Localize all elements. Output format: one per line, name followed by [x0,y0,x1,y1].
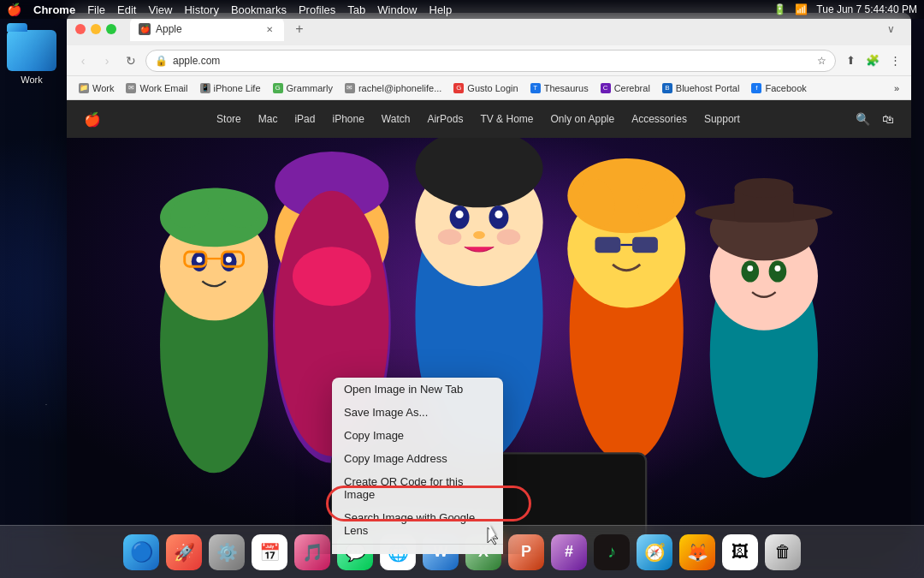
apple-nav-watch[interactable]: Watch [382,113,411,125]
apple-nav-mac[interactable]: Mac [258,113,278,125]
share-icon[interactable]: ⬆ [841,51,860,70]
more-icon[interactable]: ⋮ [886,51,904,70]
bookmark-label-iphone: iPhone Life [214,83,261,93]
bookmark-iphone-life[interactable]: 📱 iPhone Life [195,81,266,95]
spotify-icon: ♪ [594,534,630,570]
open-image-label: Open Image in New Tab [344,383,463,396]
svg-point-10 [226,257,232,263]
system-preferences-icon: ⚙️ [209,534,245,570]
bookmark-work-email[interactable]: ✉ Work Email [121,81,192,95]
menubar-history[interactable]: History [184,3,218,16]
launchpad-icon: 🚀 [166,534,202,570]
bookmark-facebook[interactable]: f Facebook [746,81,811,95]
menubar-file[interactable]: File [87,3,105,16]
maximize-button[interactable] [106,24,116,34]
context-menu-qr-code[interactable]: Create QR Code for this Image [332,470,503,506]
tab-close-button[interactable]: ✕ [264,23,275,35]
apple-logo: 🍎 [84,111,101,128]
menubar-tab[interactable]: Tab [347,3,365,16]
dock-slack[interactable]: # [549,533,589,572]
dock-music[interactable]: 🎵 [293,533,332,572]
dock-powerpoint[interactable]: P [506,533,546,572]
bookmark-label-bluehost: Bluehost Portal [676,83,740,93]
dock-calendar[interactable]: 📅 [250,533,289,572]
dock-photos[interactable]: 🖼 [720,533,760,572]
bookmark-bluehost[interactable]: B Bluehost Portal [657,81,745,95]
calendar-icon: 📅 [252,534,287,570]
bookmark-grammarly[interactable]: G Grammarly [268,81,338,95]
new-tab-button[interactable]: + [287,17,311,41]
menubar-left: 🍎 Chrome File Edit View History Bookmark… [7,3,452,16]
bookmark-favicon-rachel: ✉ [345,83,355,93]
bookmark-gusto[interactable]: G Gusto Login [448,81,523,95]
bookmark-cerebral[interactable]: C Cerebral [595,81,655,95]
dock-spotify[interactable]: ♪ [592,533,631,572]
apple-nav-support[interactable]: Support [704,113,740,125]
extensions-icon[interactable]: 🧩 [863,51,882,70]
menubar-view[interactable]: View [148,3,172,16]
context-menu-copy-address[interactable]: Copy Image Address [332,447,503,470]
bookmark-rachel[interactable]: ✉ rachel@iphonelife... [340,81,447,95]
refresh-button[interactable]: ↻ [121,51,140,70]
back-button[interactable]: ‹ [74,51,92,70]
firefox-icon: 🦊 [679,534,715,570]
context-menu-save-image[interactable]: Save Image As... [332,401,503,424]
forward-button[interactable]: › [98,51,116,70]
bookmark-favicon-bluehost: B [662,83,672,93]
close-button[interactable] [75,24,86,34]
svg-rect-38 [632,237,658,253]
bookmark-favicon-iphone: 📱 [200,83,210,93]
menubar-help[interactable]: Help [429,3,453,16]
minimize-button[interactable] [91,24,101,34]
url-bar[interactable]: 🔒 apple.com ☆ [145,50,836,72]
menubar-window[interactable]: Window [377,3,417,16]
apple-nav-tv[interactable]: TV & Home [480,113,533,125]
address-bar: ‹ › ↻ 🔒 apple.com ☆ ⬆ 🧩 ⋮ [67,45,911,76]
apple-nav: 🍎 Store Mac iPad iPhone Watch AirPods TV… [67,100,911,138]
url-text: apple.com [173,55,812,67]
apple-nav-accessories[interactable]: Accessories [631,113,687,125]
trash-icon: 🗑 [765,534,801,570]
bookmarks-bar: 📁 Work ✉ Work Email 📱 iPhone Life G Gram… [67,76,911,100]
context-menu-copy-image[interactable]: Copy Image [332,424,503,447]
bookmark-label-rachel: rachel@iphonelife... [358,83,441,93]
dock-firefox[interactable]: 🦊 [678,533,717,572]
context-menu-google-lens[interactable]: Search Image with Google Lens [332,506,503,542]
menubar-app-name[interactable]: Chrome [33,3,75,16]
bag-icon[interactable]: 🛍 [882,112,894,126]
svg-point-28 [495,211,502,218]
folder-label: Work [21,74,42,85]
apple-nav-airpods[interactable]: AirPods [427,113,463,125]
menubar-profiles[interactable]: Profiles [299,3,335,16]
bookmark-star-icon[interactable]: ☆ [817,55,826,67]
tab-bar: 🍎 Apple ✕ + ∨ [130,17,903,41]
dock-finder[interactable]: 🔵 [121,533,161,572]
save-image-label: Save Image As... [344,406,428,419]
bookmarks-more-button[interactable]: » [889,81,904,95]
bookmark-work[interactable]: 📁 Work [74,81,119,95]
apple-nav-only[interactable]: Only on Apple [550,113,614,125]
svg-point-49 [774,265,780,271]
context-menu-open-image[interactable]: Open Image in New Tab [332,378,503,401]
dock-safari[interactable]: 🧭 [635,533,674,572]
google-lens-label: Search Image with Google Lens [344,511,491,537]
active-tab[interactable]: 🍎 Apple ✕ [130,17,284,41]
desktop-folder-work[interactable]: Work [7,30,56,85]
slack-icon: # [551,534,587,570]
dock-trash[interactable]: 🗑 [763,533,803,572]
menubar-time: Tue Jun 7 5:44:40 PM [816,3,917,15]
context-menu-adblock[interactable]: 🛡 AdBlock — best ad blocker › [332,546,503,554]
tab-expand-button[interactable]: ∨ [879,17,903,41]
dock-launchpad[interactable]: 🚀 [164,533,204,572]
search-icon[interactable]: 🔍 [856,112,870,126]
bookmark-favicon-work-email: ✉ [126,83,136,93]
menubar-edit[interactable]: Edit [117,3,136,16]
apple-nav-iphone[interactable]: iPhone [332,113,364,125]
apple-menu[interactable]: 🍎 [7,3,21,16]
menubar: 🍎 Chrome File Edit View History Bookmark… [0,0,924,19]
menubar-bookmarks[interactable]: Bookmarks [231,3,287,16]
apple-nav-ipad[interactable]: iPad [294,113,315,125]
bookmark-thesaurus[interactable]: T Thesaurus [525,81,594,95]
apple-nav-store[interactable]: Store [216,113,241,125]
dock-system-preferences[interactable]: ⚙️ [207,533,246,572]
